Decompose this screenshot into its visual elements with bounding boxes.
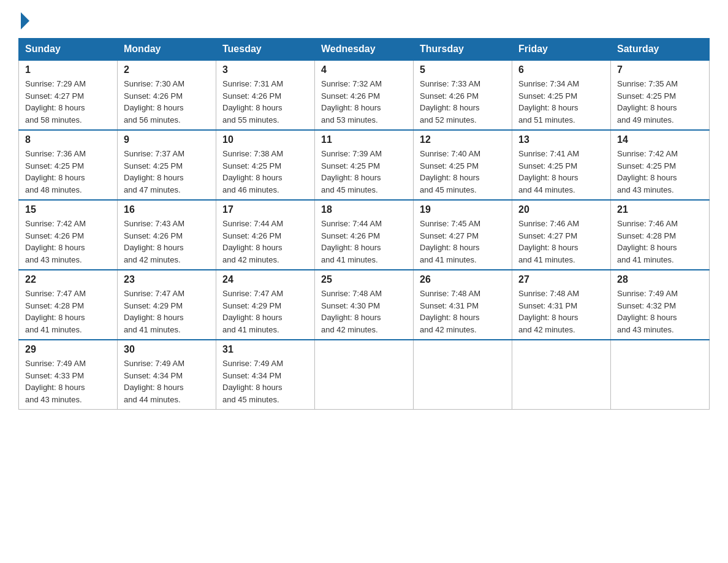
day-number: 23: [124, 274, 210, 285]
table-row: 4 Sunrise: 7:32 AM Sunset: 4:26 PM Dayli…: [315, 60, 414, 130]
day-info: Sunrise: 7:46 AM Sunset: 4:27 PM Dayligh…: [518, 218, 604, 266]
calendar-table: SundayMondayTuesdayWednesdayThursdayFrid…: [18, 38, 710, 410]
page-header: [18, 12, 710, 26]
day-info: Sunrise: 7:48 AM Sunset: 4:31 PM Dayligh…: [518, 288, 604, 335]
table-row: [512, 340, 611, 410]
logo-arrow-icon: [21, 12, 29, 29]
week-row-4: 22 Sunrise: 7:47 AM Sunset: 4:28 PM Dayl…: [19, 270, 710, 340]
day-info: Sunrise: 7:49 AM Sunset: 4:34 PM Dayligh…: [124, 358, 210, 405]
day-info: Sunrise: 7:33 AM Sunset: 4:26 PM Dayligh…: [420, 78, 506, 126]
table-row: 26 Sunrise: 7:48 AM Sunset: 4:31 PM Dayl…: [414, 270, 512, 340]
day-number: 15: [25, 204, 111, 215]
day-info: Sunrise: 7:40 AM Sunset: 4:25 PM Dayligh…: [420, 148, 506, 196]
table-row: 8 Sunrise: 7:36 AM Sunset: 4:25 PM Dayli…: [19, 130, 118, 200]
table-row: 27 Sunrise: 7:48 AM Sunset: 4:31 PM Dayl…: [512, 270, 611, 340]
table-row: 11 Sunrise: 7:39 AM Sunset: 4:25 PM Dayl…: [315, 130, 414, 200]
table-row: 21 Sunrise: 7:46 AM Sunset: 4:28 PM Dayl…: [611, 200, 710, 270]
table-row: 15 Sunrise: 7:42 AM Sunset: 4:26 PM Dayl…: [19, 200, 118, 270]
table-row: [414, 340, 512, 410]
logo-general: [18, 12, 29, 29]
table-row: 22 Sunrise: 7:47 AM Sunset: 4:28 PM Dayl…: [19, 270, 118, 340]
table-row: 18 Sunrise: 7:44 AM Sunset: 4:26 PM Dayl…: [315, 200, 414, 270]
day-info: Sunrise: 7:47 AM Sunset: 4:29 PM Dayligh…: [222, 288, 308, 335]
day-number: 7: [617, 64, 703, 75]
table-row: 31 Sunrise: 7:49 AM Sunset: 4:34 PM Dayl…: [216, 340, 315, 410]
weekday-header-friday: Friday: [512, 39, 611, 61]
day-info: Sunrise: 7:49 AM Sunset: 4:34 PM Dayligh…: [222, 358, 308, 405]
table-row: 25 Sunrise: 7:48 AM Sunset: 4:30 PM Dayl…: [315, 270, 414, 340]
day-info: Sunrise: 7:46 AM Sunset: 4:28 PM Dayligh…: [617, 218, 703, 266]
table-row: 30 Sunrise: 7:49 AM Sunset: 4:34 PM Dayl…: [118, 340, 216, 410]
day-info: Sunrise: 7:47 AM Sunset: 4:28 PM Dayligh…: [25, 288, 111, 335]
day-number: 24: [222, 274, 308, 285]
day-info: Sunrise: 7:48 AM Sunset: 4:30 PM Dayligh…: [321, 288, 407, 335]
day-info: Sunrise: 7:36 AM Sunset: 4:25 PM Dayligh…: [25, 148, 111, 196]
table-row: 2 Sunrise: 7:30 AM Sunset: 4:26 PM Dayli…: [118, 60, 216, 130]
day-number: 21: [617, 204, 703, 215]
weekday-header-wednesday: Wednesday: [315, 39, 414, 61]
day-number: 10: [222, 134, 308, 145]
weekday-header-saturday: Saturday: [611, 39, 710, 61]
table-row: 6 Sunrise: 7:34 AM Sunset: 4:25 PM Dayli…: [512, 60, 611, 130]
day-info: Sunrise: 7:31 AM Sunset: 4:26 PM Dayligh…: [222, 78, 308, 126]
table-row: 16 Sunrise: 7:43 AM Sunset: 4:26 PM Dayl…: [118, 200, 216, 270]
day-info: Sunrise: 7:35 AM Sunset: 4:25 PM Dayligh…: [617, 78, 703, 126]
week-row-2: 8 Sunrise: 7:36 AM Sunset: 4:25 PM Dayli…: [19, 130, 710, 200]
logo: [18, 12, 29, 26]
table-row: 13 Sunrise: 7:41 AM Sunset: 4:25 PM Dayl…: [512, 130, 611, 200]
day-info: Sunrise: 7:49 AM Sunset: 4:32 PM Dayligh…: [617, 288, 703, 335]
day-info: Sunrise: 7:39 AM Sunset: 4:25 PM Dayligh…: [321, 148, 407, 196]
day-number: 1: [25, 64, 111, 75]
weekday-header-sunday: Sunday: [19, 39, 118, 61]
day-info: Sunrise: 7:41 AM Sunset: 4:25 PM Dayligh…: [518, 148, 604, 196]
day-info: Sunrise: 7:48 AM Sunset: 4:31 PM Dayligh…: [420, 288, 506, 335]
table-row: 29 Sunrise: 7:49 AM Sunset: 4:33 PM Dayl…: [19, 340, 118, 410]
day-info: Sunrise: 7:30 AM Sunset: 4:26 PM Dayligh…: [124, 78, 210, 126]
day-number: 6: [518, 64, 604, 75]
day-info: Sunrise: 7:42 AM Sunset: 4:26 PM Dayligh…: [25, 218, 111, 266]
table-row: 28 Sunrise: 7:49 AM Sunset: 4:32 PM Dayl…: [611, 270, 710, 340]
weekday-header-thursday: Thursday: [414, 39, 512, 61]
table-row: 20 Sunrise: 7:46 AM Sunset: 4:27 PM Dayl…: [512, 200, 611, 270]
day-info: Sunrise: 7:44 AM Sunset: 4:26 PM Dayligh…: [222, 218, 308, 266]
day-number: 14: [617, 134, 703, 145]
day-info: Sunrise: 7:45 AM Sunset: 4:27 PM Dayligh…: [420, 218, 506, 266]
day-number: 18: [321, 204, 407, 215]
table-row: 9 Sunrise: 7:37 AM Sunset: 4:25 PM Dayli…: [118, 130, 216, 200]
week-row-1: 1 Sunrise: 7:29 AM Sunset: 4:27 PM Dayli…: [19, 60, 710, 130]
day-info: Sunrise: 7:37 AM Sunset: 4:25 PM Dayligh…: [124, 148, 210, 196]
day-info: Sunrise: 7:38 AM Sunset: 4:25 PM Dayligh…: [222, 148, 308, 196]
day-number: 8: [25, 134, 111, 145]
table-row: 10 Sunrise: 7:38 AM Sunset: 4:25 PM Dayl…: [216, 130, 315, 200]
day-number: 22: [25, 274, 111, 285]
day-number: 5: [420, 64, 506, 75]
table-row: 23 Sunrise: 7:47 AM Sunset: 4:29 PM Dayl…: [118, 270, 216, 340]
day-info: Sunrise: 7:49 AM Sunset: 4:33 PM Dayligh…: [25, 358, 111, 405]
day-info: Sunrise: 7:32 AM Sunset: 4:26 PM Dayligh…: [321, 78, 407, 126]
day-number: 16: [124, 204, 210, 215]
day-number: 4: [321, 64, 407, 75]
day-number: 13: [518, 134, 604, 145]
day-info: Sunrise: 7:29 AM Sunset: 4:27 PM Dayligh…: [25, 78, 111, 126]
weekday-header-row: SundayMondayTuesdayWednesdayThursdayFrid…: [19, 39, 710, 61]
day-info: Sunrise: 7:44 AM Sunset: 4:26 PM Dayligh…: [321, 218, 407, 266]
day-number: 19: [420, 204, 506, 215]
day-number: 17: [222, 204, 308, 215]
day-number: 20: [518, 204, 604, 215]
day-number: 3: [222, 64, 308, 75]
table-row: 24 Sunrise: 7:47 AM Sunset: 4:29 PM Dayl…: [216, 270, 315, 340]
day-number: 11: [321, 134, 407, 145]
day-number: 27: [518, 274, 604, 285]
table-row: 19 Sunrise: 7:45 AM Sunset: 4:27 PM Dayl…: [414, 200, 512, 270]
day-number: 29: [25, 344, 111, 355]
day-number: 12: [420, 134, 506, 145]
table-row: 17 Sunrise: 7:44 AM Sunset: 4:26 PM Dayl…: [216, 200, 315, 270]
weekday-header-tuesday: Tuesday: [216, 39, 315, 61]
table-row: 1 Sunrise: 7:29 AM Sunset: 4:27 PM Dayli…: [19, 60, 118, 130]
day-number: 9: [124, 134, 210, 145]
day-info: Sunrise: 7:34 AM Sunset: 4:25 PM Dayligh…: [518, 78, 604, 126]
day-number: 30: [124, 344, 210, 355]
day-info: Sunrise: 7:43 AM Sunset: 4:26 PM Dayligh…: [124, 218, 210, 266]
day-info: Sunrise: 7:42 AM Sunset: 4:25 PM Dayligh…: [617, 148, 703, 196]
day-number: 25: [321, 274, 407, 285]
